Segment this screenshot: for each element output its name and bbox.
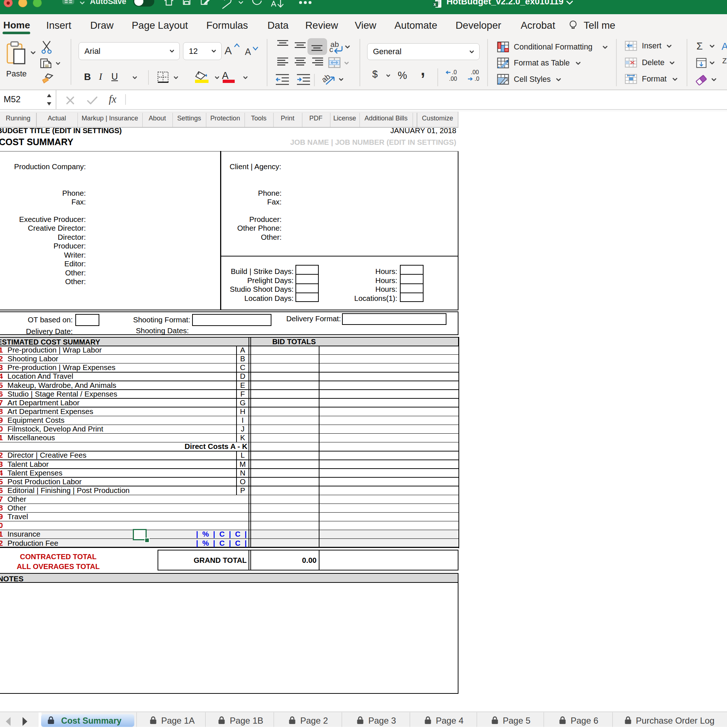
- svg-text:.0: .0: [452, 69, 457, 75]
- svg-text:Σ: Σ: [696, 41, 703, 52]
- svg-text:.00: .00: [471, 69, 479, 75]
- svg-text:.0: .0: [474, 76, 479, 82]
- svg-text:.00: .00: [449, 76, 457, 82]
